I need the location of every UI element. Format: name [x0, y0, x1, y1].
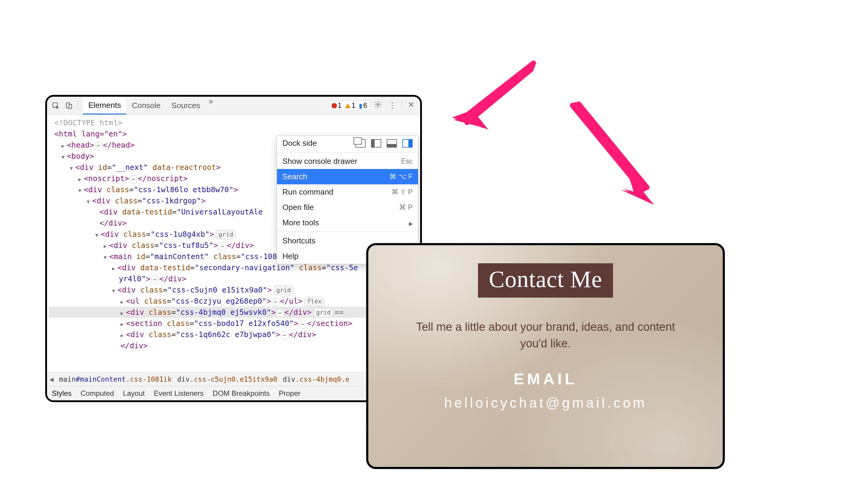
dom-doctype: <!DOCTYPE html>	[54, 119, 122, 127]
dom-breadcrumbs[interactable]: ◀ main#mainContent.css-1081ik div.css-c5…	[47, 372, 420, 386]
message-icon: ▮	[359, 102, 362, 109]
subtab-computed[interactable]: Computed	[81, 389, 114, 398]
menu-open-file[interactable]: Open file⌘ P	[277, 200, 418, 215]
warning-icon	[345, 103, 350, 108]
messages-count: 6	[363, 101, 367, 110]
styles-subtabs: Styles Computed Layout Event Listeners D…	[47, 386, 420, 400]
dock-side-label: Dock side	[282, 138, 350, 148]
svg-rect-2	[69, 104, 72, 108]
devtools-body: <!DOCTYPE html> <html lang="en"> <head>⋯…	[47, 115, 420, 372]
inspect-icon[interactable]	[50, 100, 61, 111]
menu-run-command[interactable]: Run command⌘ ⇧ P	[277, 184, 418, 200]
selected-dom-node[interactable]: ⋯ <div class="css-4bjmq0 ej5wsvk0">⋯</di…	[49, 307, 420, 318]
contact-email: helloicychat@gmail.com	[444, 395, 647, 411]
breadcrumb-back-icon[interactable]: ◀	[50, 375, 54, 383]
subtab-layout[interactable]: Layout	[123, 389, 145, 398]
error-dot-icon	[332, 103, 337, 108]
dom-close: </div>	[99, 219, 127, 227]
menu-more-tools[interactable]: More tools	[277, 215, 418, 230]
breadcrumb-item[interactable]: main#mainContent.css-1081ik	[59, 375, 172, 383]
errors-count: 1	[338, 101, 342, 110]
tab-elements[interactable]: Elements	[83, 97, 126, 115]
messages-badge[interactable]: ▮6	[359, 101, 367, 110]
grid-badge[interactable]: grid	[274, 286, 293, 295]
contact-card: Contact Me Tell me a little about your b…	[366, 243, 725, 469]
breadcrumb-item[interactable]: div.css-4bjmq0.e	[283, 375, 350, 383]
ellipsis-icon[interactable]: ⋯	[130, 175, 137, 184]
kebab-menu-icon[interactable]: ⋮	[386, 101, 399, 110]
arrow-annotation-icon	[564, 99, 666, 215]
arrow-annotation-icon	[443, 54, 539, 140]
dock-popout-icon[interactable]	[355, 139, 366, 148]
warnings-count: 1	[351, 101, 355, 110]
dom-body[interactable]: <body>	[67, 152, 94, 161]
menu-show-console[interactable]: Show console drawerEsc	[277, 154, 418, 169]
devtools-window: Elements Console Sources » 1 1 ▮6 ⋮ <!DO…	[45, 95, 422, 402]
settings-gear-icon[interactable]	[372, 101, 384, 110]
errors-badge[interactable]: 1	[332, 101, 342, 110]
dock-right-icon[interactable]	[402, 139, 412, 148]
warnings-badge[interactable]: 1	[345, 101, 355, 110]
submenu-arrow-icon	[409, 218, 412, 227]
dom-head[interactable]: <head>	[67, 141, 94, 150]
contact-subtitle: Tell me a little about your brand, ideas…	[410, 319, 681, 352]
dock-left-icon[interactable]	[371, 139, 381, 148]
dom-html[interactable]: <html lang="en">	[54, 130, 127, 138]
flex-badge[interactable]: flex	[304, 297, 324, 306]
subtab-properties[interactable]: Proper	[279, 389, 301, 398]
tab-console[interactable]: Console	[126, 97, 166, 115]
dock-bottom-icon[interactable]	[387, 139, 397, 148]
ellipsis-icon[interactable]: ⋯	[95, 141, 102, 150]
devtools-toolbar: Elements Console Sources » 1 1 ▮6 ⋮	[47, 97, 420, 115]
subtab-styles[interactable]: Styles	[52, 389, 71, 398]
contact-email-heading: EMAIL	[514, 370, 578, 388]
tab-sources[interactable]: Sources	[166, 97, 206, 115]
close-icon[interactable]	[405, 101, 417, 110]
issue-badges[interactable]: 1 1 ▮6	[329, 101, 370, 110]
tabs-overflow-icon[interactable]: »	[206, 97, 216, 115]
menu-search[interactable]: Search⌘ ⌥ F	[277, 169, 418, 184]
subtab-event-listeners[interactable]: Event Listeners	[154, 389, 204, 398]
breadcrumb-item[interactable]: div.css-c5ujn0.e15itx9a0	[177, 375, 277, 383]
devtools-tabs: Elements Console Sources »	[83, 97, 216, 115]
grid-badge[interactable]: grid	[216, 230, 236, 239]
svg-point-3	[377, 104, 379, 106]
menu-dock-side: Dock side	[277, 135, 418, 151]
subtab-dom-breakpoints[interactable]: DOM Breakpoints	[213, 389, 270, 398]
contact-title: Contact Me	[478, 263, 613, 298]
device-toggle-icon[interactable]	[63, 100, 75, 111]
